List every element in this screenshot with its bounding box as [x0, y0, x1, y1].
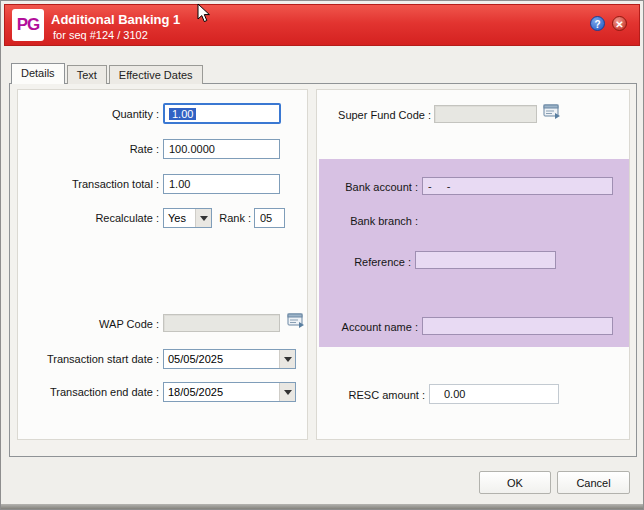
- super-fund-code-label: Super Fund Code :: [281, 109, 431, 122]
- cancel-button[interactable]: Cancel: [557, 471, 630, 494]
- tab-text[interactable]: Text: [67, 65, 107, 84]
- tab-effective-dates[interactable]: Effective Dates: [109, 65, 203, 84]
- transaction-end-date-value: 18/05/2025: [164, 386, 279, 398]
- quantity-input[interactable]: 1.00: [163, 103, 281, 124]
- transaction-start-date-dropdown-icon[interactable]: [279, 350, 295, 368]
- close-icon[interactable]: ✕: [612, 16, 627, 31]
- recalculate-label: Recalculate :: [9, 212, 159, 225]
- wap-code-input: [163, 314, 280, 332]
- help-icon[interactable]: ?: [590, 16, 605, 31]
- transaction-total-label: Transaction total :: [9, 178, 159, 191]
- window-title: Additional Banking 1: [51, 12, 180, 27]
- transaction-start-date-input[interactable]: 05/05/2025: [163, 349, 296, 369]
- tab-bar: Details Text Effective Dates: [11, 63, 205, 84]
- account-name-label: Account name :: [268, 321, 418, 334]
- quantity-value-selected: 1.00: [169, 108, 196, 120]
- recalculate-value: Yes: [164, 212, 195, 224]
- app-logo-text: PG: [17, 15, 40, 35]
- rank-label: Rank :: [201, 212, 251, 225]
- bank-branch-label: Bank branch :: [268, 215, 418, 228]
- reference-label: Reference :: [261, 256, 411, 269]
- app-logo: PG: [12, 9, 44, 41]
- window-subtitle: for seq #124 / 3102: [53, 29, 148, 41]
- title-bar[interactable]: PG Additional Banking 1 for seq #124 / 3…: [4, 4, 640, 46]
- rate-label: Rate :: [9, 143, 159, 156]
- rate-input[interactable]: [163, 139, 280, 159]
- transaction-end-date-label: Transaction end date :: [9, 386, 159, 399]
- resc-amount-input[interactable]: [429, 384, 559, 404]
- quantity-label: Quantity :: [9, 108, 159, 121]
- transaction-start-date-label: Transaction start date :: [9, 353, 159, 366]
- wap-code-label: WAP Code :: [9, 318, 159, 331]
- bank-account-input[interactable]: [422, 177, 613, 195]
- account-name-input[interactable]: [422, 317, 613, 335]
- super-fund-code-input: [434, 105, 537, 123]
- tab-details[interactable]: Details: [11, 63, 65, 84]
- dialog-window: PG Additional Banking 1 for seq #124 / 3…: [0, 0, 644, 510]
- transaction-total-input[interactable]: [163, 174, 280, 194]
- transaction-start-date-value: 05/05/2025: [164, 353, 279, 365]
- super-fund-code-lookup-icon[interactable]: [542, 103, 562, 120]
- ok-button[interactable]: OK: [479, 471, 551, 494]
- bank-account-label: Bank account :: [268, 181, 418, 194]
- resc-amount-label: RESC amount :: [275, 389, 425, 402]
- reference-input[interactable]: [415, 251, 556, 269]
